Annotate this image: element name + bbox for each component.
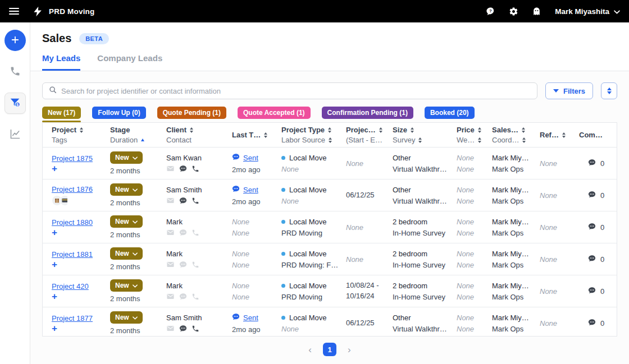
stage-dropdown[interactable]: New <box>110 247 143 260</box>
user-menu[interactable]: Mark Miyashita <box>555 7 620 16</box>
sms-icon[interactable] <box>179 197 187 205</box>
comments-icon[interactable] <box>588 159 596 168</box>
project-link[interactable]: Project 1877 <box>52 314 93 322</box>
svg-text:$: $ <box>16 102 19 107</box>
column-header-0: ProjectTags <box>43 123 110 147</box>
comments-icon[interactable] <box>588 319 596 328</box>
project-link[interactable]: Project 1876 <box>52 185 93 193</box>
sort-order-button[interactable] <box>601 82 617 99</box>
stage-label: New <box>115 250 129 257</box>
sort-icon[interactable] <box>329 137 332 143</box>
phone-icon[interactable] <box>192 229 199 237</box>
sms-icon[interactable] <box>179 293 187 301</box>
sort-icon[interactable] <box>328 127 331 133</box>
current-page-button[interactable]: 1 <box>323 343 336 356</box>
sms-icon[interactable] <box>179 325 187 333</box>
help-icon[interactable]: ? <box>486 7 495 16</box>
labor-source: PRD Moving <box>281 229 343 237</box>
add-tag-button[interactable]: + <box>52 292 57 301</box>
tab-my-leads[interactable]: My Leads <box>42 53 80 71</box>
sort-icon[interactable] <box>478 127 481 133</box>
status-chip-2[interactable]: Quote Pending (1) <box>157 107 226 119</box>
stage-dropdown[interactable]: New <box>110 311 143 324</box>
add-tag-button[interactable]: + <box>52 324 57 333</box>
stage-dropdown[interactable]: New <box>110 279 143 292</box>
stage-dropdown[interactable]: New <box>110 183 143 196</box>
project-link[interactable]: Project 1880 <box>52 218 93 227</box>
sort-icon[interactable] <box>522 137 526 143</box>
sms-icon[interactable] <box>179 165 187 173</box>
phone-icon[interactable] <box>192 325 199 333</box>
add-tag-button[interactable]: + <box>52 260 57 269</box>
coordinator: Mark Ops <box>492 229 536 237</box>
email-icon[interactable] <box>166 197 175 205</box>
add-tag-button[interactable]: + <box>52 164 57 173</box>
tab-company-leads[interactable]: Company Leads <box>97 53 162 71</box>
sort-icon[interactable] <box>478 137 481 143</box>
sms-icon[interactable] <box>179 261 187 269</box>
comments-icon[interactable] <box>588 255 596 264</box>
last-touch-value: None <box>232 218 278 226</box>
comments-icon[interactable] <box>588 191 596 200</box>
sidebar-item-calls[interactable] <box>4 61 26 82</box>
topbar-actions: ? Mark Miyashita <box>486 7 620 16</box>
email-icon[interactable] <box>166 325 175 333</box>
email-icon[interactable] <box>166 229 175 237</box>
sort-icon[interactable] <box>418 137 422 143</box>
status-chip-4[interactable]: Confirmation Pending (1) <box>322 107 413 119</box>
add-tag-button[interactable]: + <box>52 228 57 237</box>
project-type-dot <box>281 156 285 160</box>
table-row: Project 1880+New2 monthsMarkNoneNoneLoca… <box>43 211 617 243</box>
status-chip-0[interactable]: New (17) <box>42 107 81 119</box>
email-icon[interactable] <box>166 165 175 173</box>
next-page-button[interactable]: › <box>348 345 351 354</box>
ghost-icon[interactable] <box>532 7 541 16</box>
sidebar-item-sales[interactable]: $ <box>4 93 26 114</box>
sort-icon[interactable] <box>264 132 267 138</box>
project-type-dot <box>281 188 285 192</box>
sms-icon[interactable] <box>179 229 187 237</box>
stage-dropdown[interactable]: New <box>110 151 143 164</box>
phone-icon[interactable] <box>192 197 199 205</box>
settings-gear-icon[interactable] <box>509 7 518 16</box>
project-link[interactable]: Project 1881 <box>52 250 93 259</box>
column-header-8: Sales…Coord… <box>492 123 540 147</box>
beta-badge: BETA <box>79 33 109 44</box>
sort-asc-icon[interactable] <box>141 139 144 141</box>
email-icon[interactable] <box>166 293 175 301</box>
last-touch-link[interactable]: Sent <box>243 186 258 194</box>
column-header-5: Projec…(Start - E… <box>346 123 393 147</box>
size: Other <box>393 154 453 162</box>
column-title: Ref… <box>540 131 576 139</box>
status-chip-1[interactable]: Follow Up (0) <box>92 107 145 119</box>
stage-dropdown[interactable]: New <box>110 215 143 228</box>
sort-icon[interactable] <box>80 127 83 133</box>
menu-icon[interactable] <box>9 8 19 15</box>
project-link[interactable]: Project 420 <box>52 282 89 291</box>
status-chip-5[interactable]: Booked (20) <box>425 107 475 119</box>
project-link[interactable]: Project 1875 <box>52 154 93 163</box>
email-icon[interactable] <box>166 261 175 269</box>
last-touch-link[interactable]: Sent <box>243 314 258 322</box>
sort-icon[interactable] <box>562 132 566 138</box>
project-type: Local Move <box>289 186 326 194</box>
last-touch-link[interactable]: Sent <box>243 154 258 162</box>
phone-icon[interactable] <box>192 165 199 173</box>
sort-icon[interactable] <box>522 127 525 133</box>
comments-count: 0 <box>600 159 604 168</box>
create-new-button[interactable] <box>4 30 26 51</box>
prev-page-button[interactable]: ‹ <box>308 345 312 354</box>
status-chip-3[interactable]: Quote Accepted (1) <box>238 107 311 119</box>
comments-count: 0 <box>600 287 604 296</box>
comments-icon[interactable] <box>588 223 596 232</box>
table-row: Project 1876New2 monthsSam SmithSent2mo … <box>43 179 617 211</box>
sort-icon[interactable] <box>411 127 414 133</box>
phone-icon[interactable] <box>192 293 199 301</box>
sidebar-item-reports[interactable] <box>4 124 26 145</box>
phone-icon[interactable] <box>192 261 199 269</box>
sort-icon[interactable] <box>190 127 193 133</box>
comments-icon[interactable] <box>588 287 596 296</box>
filters-button[interactable]: Filters <box>545 82 593 99</box>
sort-icon[interactable] <box>379 127 382 133</box>
search-input[interactable] <box>61 87 531 95</box>
